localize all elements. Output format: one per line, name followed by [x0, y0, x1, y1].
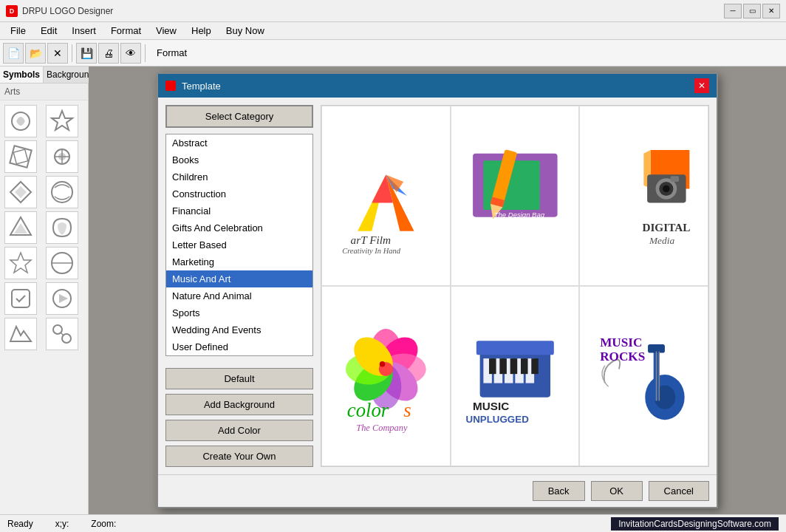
svg-line-14 — [61, 332, 64, 335]
add-color-button[interactable]: Add Color — [165, 420, 313, 441]
menu-format[interactable]: Format — [103, 24, 148, 38]
category-user-defined[interactable]: User Defined — [166, 338, 312, 355]
symbol-13[interactable] — [4, 318, 37, 350]
toolbar-separator-1 — [72, 44, 72, 62]
category-sports[interactable]: Sports — [166, 304, 312, 321]
svg-point-47 — [380, 361, 386, 367]
symbol-14[interactable] — [46, 318, 78, 350]
open-button[interactable]: 📂 — [25, 43, 46, 64]
tab-symbols[interactable]: Symbols — [0, 66, 44, 83]
category-list: Abstract Books Children Construction Fin… — [165, 134, 313, 356]
svg-rect-2 — [13, 149, 28, 164]
create-your-own-button[interactable]: Create Your Own — [165, 446, 313, 467]
new-button[interactable]: 📄 — [3, 43, 24, 64]
category-children[interactable]: Children — [166, 168, 312, 185]
svg-rect-62 — [531, 358, 539, 374]
preview-button[interactable]: 👁 — [120, 43, 141, 64]
category-gifts[interactable]: Gifts And Celebration — [166, 219, 312, 236]
template-music-unplugged[interactable]: MUSIC UNPLUGGED — [451, 286, 580, 466]
category-marketing[interactable]: Marketing — [166, 253, 312, 270]
symbol-10[interactable] — [46, 247, 78, 279]
action-buttons: Default Add Background Add Color Create … — [165, 368, 313, 467]
close-doc-button[interactable]: ✕ — [47, 43, 68, 64]
canvas-area[interactable]: Template ✕ Select Category Abstract Book… — [89, 66, 786, 514]
status-ready: Ready — [7, 519, 33, 529]
menu-buynow[interactable]: Buy Now — [219, 24, 272, 38]
svg-text:Media: Media — [649, 235, 674, 246]
template-art-film[interactable]: arT Film Creativity In Hand — [321, 106, 451, 286]
symbol-9[interactable] — [4, 247, 37, 279]
symbol-5[interactable] — [4, 176, 37, 208]
save-button[interactable]: 💾 — [76, 43, 97, 64]
category-wedding[interactable]: Wedding And Events — [166, 321, 312, 338]
svg-marker-8 — [10, 253, 31, 273]
svg-rect-35 — [671, 176, 679, 182]
category-music[interactable]: Music And Art — [166, 270, 312, 287]
symbols-grid — [0, 100, 88, 355]
symbol-2[interactable] — [46, 105, 78, 137]
ok-button[interactable]: OK — [591, 481, 643, 501]
svg-rect-60 — [510, 358, 517, 374]
select-category-button[interactable]: Select Category — [165, 105, 313, 128]
symbol-1[interactable] — [4, 105, 37, 137]
symbol-7[interactable] — [4, 211, 37, 244]
status-coords: x;y: — [55, 519, 69, 529]
menu-help[interactable]: Help — [184, 24, 219, 38]
maximize-button[interactable]: ▭ — [743, 4, 761, 18]
svg-text:Creativity In Hand: Creativity In Hand — [342, 247, 401, 255]
category-books[interactable]: Books — [166, 151, 312, 168]
dialog-overlay: Template ✕ Select Category Abstract Book… — [89, 66, 786, 514]
svg-text:MUSIC: MUSIC — [601, 335, 643, 349]
svg-rect-52 — [476, 341, 554, 355]
dialog-title-bar: Template ✕ — [158, 74, 717, 98]
panel-section-label: Arts — [0, 83, 88, 100]
symbol-3[interactable] — [4, 140, 37, 173]
svg-text:The Company: The Company — [356, 423, 408, 433]
minimize-button[interactable]: ─ — [724, 4, 742, 18]
template-music-rocks[interactable]: MUSIC ROCKS — [579, 286, 708, 466]
template-colors[interactable]: color s The Company — [321, 286, 451, 466]
svg-text:arT Film: arT Film — [351, 233, 391, 246]
format-menu-item[interactable]: Format — [149, 46, 194, 60]
status-zoom: Zoom: — [91, 519, 116, 529]
add-background-button[interactable]: Add Background — [165, 394, 313, 415]
app-title: DRPU LOGO Designer — [22, 6, 720, 16]
symbol-8[interactable] — [46, 211, 78, 244]
dialog-title: Template — [182, 81, 688, 92]
default-button[interactable]: Default — [165, 368, 313, 389]
template-dialog: Template ✕ Select Category Abstract Book… — [157, 72, 718, 508]
dialog-icon — [165, 81, 176, 91]
category-letter[interactable]: Letter Based — [166, 236, 312, 253]
category-financial[interactable]: Financial — [166, 202, 312, 219]
dialog-body: Select Category Abstract Books Children … — [158, 98, 717, 474]
template-design-bag[interactable]: The Design Bag Tagline Here — [451, 106, 580, 286]
category-nature[interactable]: Nature And Animal — [166, 287, 312, 304]
menu-insert[interactable]: Insert — [64, 24, 103, 38]
print-button[interactable]: 🖨 — [98, 43, 119, 64]
status-brand: InvitationCardsDesigningSoftware.com — [611, 517, 779, 531]
svg-text:s: s — [403, 399, 411, 421]
template-digital-media[interactable]: DIGITAL Media — [579, 106, 708, 286]
cancel-button[interactable]: Cancel — [649, 481, 709, 501]
svg-rect-58 — [489, 358, 496, 374]
back-button[interactable]: Back — [533, 481, 585, 501]
symbol-6[interactable] — [46, 176, 78, 208]
close-button[interactable]: ✕ — [762, 4, 780, 18]
app-icon: D — [6, 5, 18, 17]
symbol-12[interactable] — [46, 282, 78, 315]
svg-text:UNPLUGGED: UNPLUGGED — [465, 414, 529, 425]
toolbar-separator-2 — [145, 44, 146, 62]
title-bar: D DRPU LOGO Designer ─ ▭ ✕ — [0, 0, 786, 22]
dialog-close-button[interactable]: ✕ — [694, 78, 709, 93]
svg-rect-59 — [499, 358, 507, 374]
symbol-4[interactable] — [46, 140, 78, 173]
category-abstract[interactable]: Abstract — [166, 134, 312, 151]
menu-file[interactable]: File — [3, 24, 33, 38]
category-construction[interactable]: Construction — [166, 185, 312, 202]
svg-text:ROCKS: ROCKS — [601, 349, 646, 364]
symbol-11[interactable] — [4, 282, 37, 315]
menu-edit[interactable]: Edit — [33, 24, 64, 38]
svg-point-34 — [663, 185, 670, 193]
menu-view[interactable]: View — [148, 24, 184, 38]
dialog-left-panel: Select Category Abstract Books Children … — [165, 105, 313, 467]
